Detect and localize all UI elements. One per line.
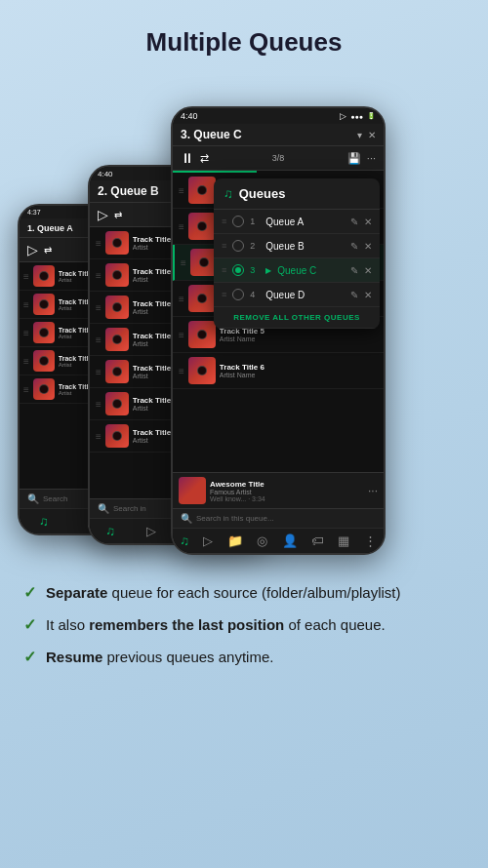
drag-handle: ≡ [96, 270, 102, 281]
track-count: 3/8 [215, 153, 342, 163]
drag-handle: ≡ [23, 299, 29, 310]
queues-overlay: ♫ Queues ≡ 1 Queue A ✎ ✕ ≡ 2 Queue B ✎ ✕ [214, 178, 380, 329]
close-icon[interactable]: ✕ [368, 130, 376, 140]
track-info: Track Title 5 Artist Name [220, 327, 378, 342]
tag-nav-icon[interactable]: 🏷 [311, 533, 324, 548]
drag-handle: ≡ [96, 335, 102, 345]
queue-list-item-d[interactable]: ≡ 4 Queue D ✎ ✕ [214, 283, 380, 307]
drag-handle: ≡ [23, 328, 29, 338]
search-icon: 🔍 [181, 513, 192, 524]
drag-handle: ≡ [179, 330, 184, 340]
chevron-down-icon[interactable]: ▾ [357, 130, 362, 140]
edit-icon-b[interactable]: ✎ [350, 241, 358, 252]
track-thumb [188, 321, 216, 348]
page-title: Multiple Queues [0, 0, 488, 67]
edit-icon-a[interactable]: ✎ [350, 217, 358, 227]
controls-3: ⏸ ⇄ 3/8 💾 ··· [173, 146, 384, 171]
now-play-info: Awesome Title Famous Artist Well know...… [210, 480, 364, 502]
track-artist: Artist Name [220, 335, 378, 342]
time-1: 4:37 [27, 209, 41, 216]
now-play-artist: Famous Artist [210, 489, 364, 495]
search-icon: 🔍 [98, 503, 109, 514]
drag-handle: ≡ [23, 356, 29, 367]
shuffle-ctrl-1[interactable]: ⇄ [44, 245, 52, 256]
checkmark-2: ✓ [23, 615, 36, 634]
feature-item-1: ✓ Separate queue for each source (folder… [23, 582, 465, 603]
queue-list-item-b[interactable]: ≡ 2 Queue B ✎ ✕ [214, 234, 380, 258]
play-ctrl-1[interactable]: ▷ [27, 242, 38, 257]
track-thumb [188, 177, 216, 204]
track-thumb [105, 360, 129, 383]
pause-ctrl[interactable]: ⏸ [181, 150, 194, 166]
close-icon-b[interactable]: ✕ [364, 241, 372, 252]
folder-nav-icon[interactable]: 📁 [227, 533, 243, 548]
drag-handle: ≡ [181, 257, 186, 268]
drag-handle: ≡ [179, 294, 184, 304]
edit-icon-d[interactable]: ✎ [350, 290, 358, 300]
features-list: ✓ Separate queue for each source (folder… [0, 565, 488, 698]
battery-icon: 🔋 [367, 112, 376, 120]
now-play-time: Well know... · 3:34 [210, 495, 364, 502]
queue-num-b: 2 [250, 241, 260, 251]
track-artist: Artist Name [220, 372, 378, 378]
drag-handle: ≡ [96, 431, 102, 442]
queue-nav-icon[interactable]: ♫ [105, 524, 115, 538]
drag-handle: ≡ [96, 367, 102, 377]
person-nav-icon[interactable]: 👤 [282, 533, 298, 548]
drag-icon: ≡ [222, 265, 226, 275]
signal-icon: ●●● [350, 113, 363, 120]
checkmark-1: ✓ [23, 583, 36, 602]
search-bar-3[interactable]: 🔍 Search in this queue... [173, 508, 384, 528]
phones-showcase: 4:37 ▷ 1. Queue A ▷ ≡ ▷ ⇄ ≡ [0, 67, 488, 565]
queue-nav-icon[interactable]: ♫ [180, 533, 189, 548]
circle-nav-icon[interactable]: ◎ [257, 533, 267, 548]
queues-list-icon: ♫ [224, 186, 233, 201]
track-thumb [188, 357, 216, 384]
drag-handle: ≡ [96, 302, 102, 313]
drag-handle: ≡ [96, 399, 102, 410]
feature-item-2: ✓ It also remembers the last position of… [23, 614, 465, 635]
drag-handle: ≡ [179, 185, 184, 196]
edit-icon-c[interactable]: ✎ [350, 265, 358, 276]
now-play-thumbnail [179, 477, 206, 504]
queue-header-3: 3. Queue C ▾ ✕ [173, 124, 384, 146]
feature-text-1: Separate queue for each source (folder/a… [46, 582, 401, 603]
queue-label-b: Queue B [265, 241, 345, 252]
track-info: Track Title 6 Artist Name [220, 363, 378, 378]
queue-radio-b [232, 240, 244, 252]
shuffle-ctrl-3[interactable]: ⇄ [200, 152, 209, 165]
grid-nav-icon[interactable]: ▦ [338, 533, 349, 548]
track-item[interactable]: ≡ Track Title 6 Artist Name [173, 353, 384, 389]
track-thumb [33, 378, 55, 400]
save-icon[interactable]: 💾 [347, 152, 361, 165]
drag-icon: ≡ [222, 241, 226, 251]
track-thumb [33, 294, 55, 315]
now-play-more-icon[interactable]: ··· [368, 484, 378, 497]
drag-icon: ≡ [222, 290, 226, 299]
play-ctrl-2[interactable]: ▷ [98, 207, 108, 222]
queue-list-item-c[interactable]: ≡ 3 ▶ Queue C ✎ ✕ [214, 258, 380, 283]
more-nav-icon[interactable]: ⋮ [364, 533, 377, 548]
queue-list-item-a[interactable]: ≡ 1 Queue A ✎ ✕ [214, 210, 380, 234]
shuffle-ctrl-2[interactable]: ⇄ [114, 210, 122, 220]
play-nav-icon[interactable]: ▷ [203, 533, 213, 548]
remove-all-button[interactable]: REMOVE ALL OTHER QUEUES [214, 307, 380, 329]
drag-handle: ≡ [179, 221, 184, 232]
more-icon[interactable]: ··· [367, 152, 376, 164]
track-thumb [105, 231, 129, 255]
queue-name-3[interactable]: 3. Queue C [181, 128, 357, 141]
queue-radio-c [232, 264, 244, 276]
track-thumb [188, 285, 216, 312]
close-icon-a[interactable]: ✕ [364, 217, 372, 227]
play-icon-3: ▷ [340, 111, 346, 121]
feature-item-3: ✓ Resume previous queues anytime. [23, 647, 465, 667]
close-icon-c[interactable]: ✕ [364, 265, 372, 276]
search-placeholder-3: Search in this queue... [196, 514, 274, 523]
drag-icon: ≡ [222, 217, 226, 226]
status-bar-3: 4:40 ▷ ●●● 🔋 [173, 108, 384, 124]
queue-nav-icon[interactable]: ♫ [39, 514, 49, 529]
close-icon-d[interactable]: ✕ [364, 290, 372, 300]
play-nav-icon[interactable]: ▷ [146, 524, 156, 538]
track-thumb [105, 263, 129, 287]
queue-label-c: Queue C [277, 265, 345, 276]
